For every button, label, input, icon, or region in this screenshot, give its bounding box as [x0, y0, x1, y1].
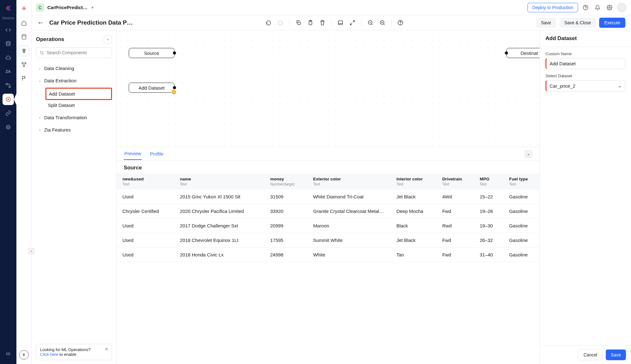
node-source[interactable]: Source	[129, 48, 174, 58]
properties-title: Add Dataset	[540, 30, 631, 47]
column-type: Text	[307, 182, 391, 190]
project-dropdown-icon[interactable]: ▼	[91, 6, 94, 9]
bell-icon[interactable]	[593, 3, 602, 12]
table-cell: 26–32	[474, 233, 503, 248]
execute-button[interactable]: Execute	[599, 18, 625, 28]
column-header[interactable]: money	[264, 173, 307, 182]
table-cell: Used	[117, 233, 174, 248]
rail-item-apps[interactable]	[3, 349, 14, 360]
subrail-item-flag[interactable]	[19, 73, 29, 84]
pipeline-canvas[interactable]: Source Destinat Add Dataset ⟳	[117, 30, 540, 147]
tree-data-transformation[interactable]: ›Data Transformation	[36, 112, 112, 123]
deploy-button[interactable]: Deploy to Production	[528, 3, 578, 12]
rail-item-database[interactable]	[3, 38, 14, 50]
project-name[interactable]: CarPricePredict…	[47, 5, 88, 10]
tree-add-dataset[interactable]: Add Dataset	[45, 88, 112, 100]
column-header[interactable]: MPG	[474, 173, 503, 182]
expand-icon[interactable]	[347, 18, 357, 28]
settings-icon[interactable]	[605, 3, 614, 12]
svg-rect-13	[9, 354, 10, 355]
table-cell: 2017 Dodge Challenger Sxt	[174, 219, 264, 233]
panel-icon[interactable]	[335, 18, 345, 28]
column-header[interactable]: Fuel type	[504, 173, 540, 182]
save-close-button[interactable]: Save & Close	[559, 18, 596, 28]
table-row[interactable]: Used2017 Dodge Challenger Sxt20999Maroon…	[117, 219, 540, 233]
node-port[interactable]	[173, 51, 176, 55]
subrail-item-pipeline[interactable]	[19, 45, 29, 56]
column-header[interactable]: Exterior color	[307, 173, 391, 182]
zoom-out-icon[interactable]	[365, 18, 375, 28]
table-cell: Jet Black	[391, 233, 436, 248]
operations-collapse-button[interactable]: ‹	[104, 35, 112, 44]
table-cell: Black	[391, 219, 436, 233]
column-header[interactable]: Drivetrain	[437, 173, 474, 182]
chevron-right-icon: ›	[38, 67, 42, 70]
svg-point-15	[22, 62, 23, 63]
select-dataset-label: Select Dataset	[545, 73, 625, 78]
rail-item-cloud[interactable]	[3, 52, 14, 63]
operations-title: Operations	[36, 36, 64, 43]
subrail-item-db[interactable]	[19, 32, 29, 42]
help-icon[interactable]	[581, 3, 590, 12]
editor-toolbar: ← Car Price Prediction Data P… Save Save…	[32, 15, 631, 30]
column-header[interactable]: name	[174, 173, 264, 182]
subrail-item-home[interactable]	[19, 18, 29, 28]
custom-name-input[interactable]: Add Dataset	[545, 58, 625, 69]
rail-item-branch[interactable]	[3, 80, 14, 91]
node-destination[interactable]: Destinat	[506, 48, 540, 58]
undo-icon[interactable]	[263, 18, 274, 28]
zoom-in-icon[interactable]	[377, 18, 387, 28]
custom-name-label: Custom Name	[545, 51, 625, 56]
node-add-dataset[interactable]: Add Dataset ⟳	[129, 83, 174, 93]
node-port[interactable]	[505, 51, 508, 55]
svg-point-34	[400, 24, 400, 24]
table-cell: Gasoline	[504, 204, 540, 219]
copy-icon[interactable]	[293, 18, 304, 28]
table-row[interactable]: Used2018 Honda Civic Lx24998WhiteTanFwd3…	[117, 248, 540, 262]
select-value: Car_price_2	[550, 83, 575, 89]
column-header[interactable]: Interior color	[391, 173, 436, 182]
back-arrow-icon[interactable]: ←	[37, 19, 46, 27]
subrail-add-button[interactable]: +	[19, 350, 29, 360]
table-cell: 15–22	[474, 190, 503, 204]
rail-item-robot[interactable]	[3, 121, 14, 133]
user-avatar[interactable]	[617, 3, 627, 12]
clipboard-icon[interactable]	[305, 18, 316, 28]
table-row[interactable]: Used2015 Gmc Yukon Xl 1500 Slt31509White…	[117, 190, 540, 204]
tree-zia-features[interactable]: ›Zia Features	[36, 125, 112, 135]
subrail-item-network[interactable]	[19, 59, 29, 70]
sub-rail: › +	[16, 0, 32, 364]
tree-data-cleaning[interactable]: ›Data Cleaning	[36, 63, 112, 73]
table-cell: 2018 Honda Civic Lx	[174, 248, 264, 262]
tree-data-extraction[interactable]: ⌄Data Extraction	[36, 75, 112, 86]
subrail-item-sparkle[interactable]	[19, 4, 29, 15]
svg-point-16	[25, 62, 26, 63]
tree-split-dataset[interactable]: Split Dataset	[45, 100, 112, 110]
table-cell: Used	[117, 219, 174, 233]
rail-item-code[interactable]	[3, 24, 14, 36]
close-icon[interactable]: ✕	[105, 347, 109, 352]
help-circle-icon[interactable]	[395, 18, 405, 28]
ml-callout-link[interactable]: Click here	[40, 352, 58, 357]
svg-rect-24	[338, 21, 343, 25]
search-components-field[interactable]	[47, 50, 109, 55]
table-cell: Granite Crystal Clearcoat Metal…	[307, 204, 391, 219]
tab-profile[interactable]: Profile	[149, 148, 164, 160]
table-cell: Rwd	[437, 219, 474, 233]
table-row[interactable]: Chrysler Certified2020 Chrysler Pacifica…	[117, 204, 540, 219]
search-components-input[interactable]	[36, 47, 112, 58]
trash-icon[interactable]	[317, 18, 327, 28]
rail-item-ml[interactable]	[3, 94, 14, 105]
rail-item-link[interactable]	[3, 108, 14, 119]
column-header[interactable]: new&used	[117, 173, 174, 182]
save-button[interactable]: Save	[536, 18, 556, 28]
rail-item-za[interactable]: ZA	[3, 66, 14, 77]
node-port[interactable]	[173, 86, 176, 89]
preview-expand-button[interactable]: ⌄	[524, 150, 533, 158]
select-dataset-dropdown[interactable]: Car_price_2 ⌄	[545, 80, 625, 91]
tab-preview[interactable]: Preview	[124, 148, 142, 160]
table-cell: 2020 Chrysler Pacifica Limited	[174, 204, 264, 219]
table-row[interactable]: Used2018 Chevrolet Equinox 1Lt17595Summi…	[117, 233, 540, 248]
props-save-button[interactable]: Save	[606, 349, 626, 360]
props-cancel-button[interactable]: Cancel	[578, 349, 603, 360]
